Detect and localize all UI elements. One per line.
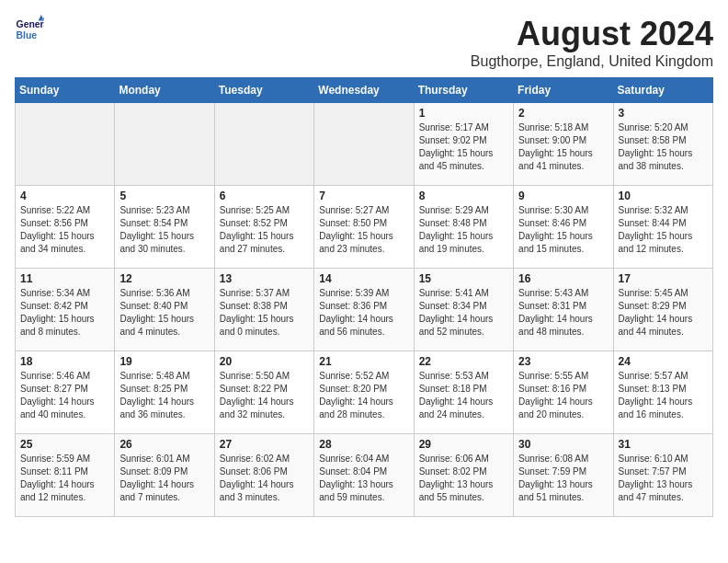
day-number: 4 [20,190,109,202]
col-sunday: Sunday [16,78,115,103]
day-info: Sunrise: 5:23 AM Sunset: 8:54 PM Dayligh… [119,204,209,256]
day-number: 8 [419,190,508,202]
logo-icon: General Blue [15,15,44,44]
day-info: Sunrise: 5:25 AM Sunset: 8:52 PM Dayligh… [220,204,309,256]
day-cell: 17Sunrise: 5:45 AM Sunset: 8:29 PM Dayli… [613,269,712,351]
day-cell: 23Sunrise: 5:55 AM Sunset: 8:16 PM Dayli… [514,351,613,434]
day-number: 19 [119,355,209,368]
day-info: Sunrise: 6:08 AM Sunset: 7:59 PM Dayligh… [518,453,608,504]
col-friday: Friday [514,78,613,103]
day-cell: 6Sunrise: 5:25 AM Sunset: 8:52 PM Daylig… [214,186,313,269]
day-number: 23 [518,355,608,368]
day-number: 15 [419,272,508,285]
day-info: Sunrise: 5:17 AM Sunset: 9:02 PM Dayligh… [419,121,508,173]
header: General Blue August 2024 Bugthorpe, Engl… [15,15,713,70]
day-cell: 7Sunrise: 5:27 AM Sunset: 8:50 PM Daylig… [314,186,414,269]
day-info: Sunrise: 5:53 AM Sunset: 8:18 PM Dayligh… [419,370,508,421]
day-info: Sunrise: 6:06 AM Sunset: 8:02 PM Dayligh… [419,453,508,504]
month-title: August 2024 [471,15,713,53]
day-number: 20 [220,355,309,368]
week-row-1: 1Sunrise: 5:17 AM Sunset: 9:02 PM Daylig… [16,103,713,186]
day-number: 16 [518,272,608,285]
day-number: 5 [119,190,209,202]
day-cell: 3Sunrise: 5:20 AM Sunset: 8:58 PM Daylig… [613,103,712,186]
day-cell: 14Sunrise: 5:39 AM Sunset: 8:36 PM Dayli… [314,269,414,351]
day-cell: 9Sunrise: 5:30 AM Sunset: 8:46 PM Daylig… [514,186,613,269]
day-cell [16,103,115,186]
day-info: Sunrise: 5:43 AM Sunset: 8:31 PM Dayligh… [518,287,608,339]
day-cell: 21Sunrise: 5:52 AM Sunset: 8:20 PM Dayli… [314,351,414,434]
day-cell: 18Sunrise: 5:46 AM Sunset: 8:27 PM Dayli… [16,351,115,434]
day-cell: 10Sunrise: 5:32 AM Sunset: 8:44 PM Dayli… [613,186,712,269]
day-info: Sunrise: 5:59 AM Sunset: 8:11 PM Dayligh… [20,453,109,504]
day-number: 10 [619,190,708,202]
day-info: Sunrise: 5:52 AM Sunset: 8:20 PM Dayligh… [319,370,408,421]
day-info: Sunrise: 5:37 AM Sunset: 8:38 PM Dayligh… [220,287,309,339]
day-cell: 30Sunrise: 6:08 AM Sunset: 7:59 PM Dayli… [514,434,613,517]
day-number: 18 [20,355,109,368]
day-info: Sunrise: 5:45 AM Sunset: 8:29 PM Dayligh… [619,287,708,339]
day-cell: 20Sunrise: 5:50 AM Sunset: 8:22 PM Dayli… [214,351,313,434]
day-info: Sunrise: 5:46 AM Sunset: 8:27 PM Dayligh… [20,370,109,421]
day-number: 14 [319,272,408,285]
day-number: 17 [619,272,708,285]
day-cell: 25Sunrise: 5:59 AM Sunset: 8:11 PM Dayli… [16,434,115,517]
day-cell: 1Sunrise: 5:17 AM Sunset: 9:02 PM Daylig… [414,103,513,186]
day-info: Sunrise: 6:01 AM Sunset: 8:09 PM Dayligh… [119,453,209,504]
col-saturday: Saturday [613,78,712,103]
day-number: 25 [20,438,109,451]
day-cell: 26Sunrise: 6:01 AM Sunset: 8:09 PM Dayli… [115,434,214,517]
day-info: Sunrise: 5:29 AM Sunset: 8:48 PM Dayligh… [419,204,508,256]
day-number: 3 [619,107,708,120]
day-info: Sunrise: 5:50 AM Sunset: 8:22 PM Dayligh… [220,370,309,421]
day-number: 9 [518,190,608,202]
day-number: 27 [220,438,309,451]
day-cell: 29Sunrise: 6:06 AM Sunset: 8:02 PM Dayli… [414,434,513,517]
day-info: Sunrise: 5:48 AM Sunset: 8:25 PM Dayligh… [119,370,209,421]
calendar-table: Sunday Monday Tuesday Wednesday Thursday… [15,77,713,517]
day-info: Sunrise: 6:10 AM Sunset: 7:57 PM Dayligh… [619,453,708,504]
day-cell: 27Sunrise: 6:02 AM Sunset: 8:06 PM Dayli… [214,434,313,517]
day-number: 29 [419,438,508,451]
col-monday: Monday [115,78,214,103]
day-info: Sunrise: 5:27 AM Sunset: 8:50 PM Dayligh… [319,204,408,256]
day-cell: 8Sunrise: 5:29 AM Sunset: 8:48 PM Daylig… [414,186,513,269]
day-info: Sunrise: 5:30 AM Sunset: 8:46 PM Dayligh… [518,204,608,256]
day-cell [214,103,313,186]
day-info: Sunrise: 6:04 AM Sunset: 8:04 PM Dayligh… [319,453,408,504]
day-info: Sunrise: 5:22 AM Sunset: 8:56 PM Dayligh… [20,204,109,256]
week-row-5: 25Sunrise: 5:59 AM Sunset: 8:11 PM Dayli… [16,434,713,517]
day-info: Sunrise: 5:55 AM Sunset: 8:16 PM Dayligh… [518,370,608,421]
day-number: 1 [419,107,508,120]
day-cell: 12Sunrise: 5:36 AM Sunset: 8:40 PM Dayli… [115,269,214,351]
title-block: August 2024 Bugthorpe, England, United K… [471,15,713,70]
day-number: 28 [319,438,408,451]
day-cell: 13Sunrise: 5:37 AM Sunset: 8:38 PM Dayli… [214,269,313,351]
day-info: Sunrise: 5:36 AM Sunset: 8:40 PM Dayligh… [119,287,209,339]
day-cell: 15Sunrise: 5:41 AM Sunset: 8:34 PM Dayli… [414,269,513,351]
day-number: 26 [119,438,209,451]
day-number: 12 [119,272,209,285]
day-info: Sunrise: 6:02 AM Sunset: 8:06 PM Dayligh… [220,453,309,504]
header-row: Sunday Monday Tuesday Wednesday Thursday… [16,78,713,103]
day-cell: 4Sunrise: 5:22 AM Sunset: 8:56 PM Daylig… [16,186,115,269]
day-info: Sunrise: 5:39 AM Sunset: 8:36 PM Dayligh… [319,287,408,339]
day-cell: 31Sunrise: 6:10 AM Sunset: 7:57 PM Dayli… [613,434,712,517]
day-number: 21 [319,355,408,368]
day-number: 11 [20,272,109,285]
svg-text:Blue: Blue [17,30,38,40]
day-number: 31 [619,438,708,451]
day-cell: 28Sunrise: 6:04 AM Sunset: 8:04 PM Dayli… [314,434,414,517]
day-info: Sunrise: 5:20 AM Sunset: 8:58 PM Dayligh… [619,121,708,173]
day-info: Sunrise: 5:34 AM Sunset: 8:42 PM Dayligh… [20,287,109,339]
col-wednesday: Wednesday [314,78,414,103]
day-number: 13 [220,272,309,285]
day-info: Sunrise: 5:18 AM Sunset: 9:00 PM Dayligh… [518,121,608,173]
day-number: 6 [220,190,309,202]
day-cell: 19Sunrise: 5:48 AM Sunset: 8:25 PM Dayli… [115,351,214,434]
day-cell: 24Sunrise: 5:57 AM Sunset: 8:13 PM Dayli… [613,351,712,434]
day-number: 7 [319,190,408,202]
col-tuesday: Tuesday [214,78,313,103]
day-cell: 2Sunrise: 5:18 AM Sunset: 9:00 PM Daylig… [514,103,613,186]
day-cell: 22Sunrise: 5:53 AM Sunset: 8:18 PM Dayli… [414,351,513,434]
